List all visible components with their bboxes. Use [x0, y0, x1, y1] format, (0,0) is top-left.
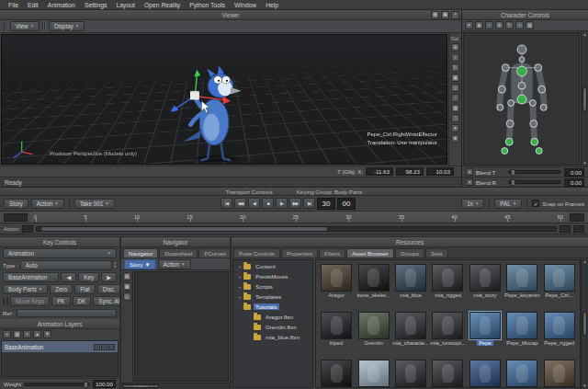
blend-x-icon[interactable]: × [466, 168, 473, 176]
discontinuity-button[interactable]: Disc. [97, 284, 121, 294]
right-hip-effector[interactable] [529, 99, 536, 106]
camera-tool-icon[interactable]: ◎ [451, 84, 459, 92]
resources-tab[interactable]: Filters [319, 248, 345, 257]
asset-item[interactable]: Pepe_Mocap [503, 310, 540, 358]
character-menu-icon[interactable]: ▾ [465, 21, 473, 29]
select-tool-icon[interactable]: ⊞ [451, 43, 459, 51]
transport-icon[interactable]: ◎ [123, 292, 131, 301]
blend-value[interactable]: 0.00 [564, 178, 584, 187]
scrollbar-thumb[interactable] [582, 312, 587, 336]
navigator-tab[interactable]: Dopesheet [159, 248, 198, 257]
tree-expander-icon[interactable]: + [237, 284, 243, 290]
blend-slider[interactable] [508, 170, 561, 174]
range-fill[interactable] [41, 227, 327, 231]
asset-item[interactable]: IceSlip [355, 358, 391, 388]
light-tool-icon[interactable]: ○ [451, 94, 459, 102]
body-part-icon[interactable]: ○ [485, 21, 493, 29]
right-shoulder-effector[interactable] [534, 63, 541, 71]
grid-tool-icon[interactable]: ▦ [451, 104, 459, 112]
asset-item[interactable]: bone_skeleton [318, 358, 355, 388]
tree-item[interactable]: + PrevisMoves [233, 271, 312, 281]
frame-rate-selector[interactable]: PAL▼ [494, 199, 522, 209]
layer-mute-toggle[interactable] [94, 344, 100, 350]
asset-item[interactable]: Aragor [318, 262, 355, 310]
asset-grid-scrollbar[interactable]: ▲ ▼ [581, 258, 588, 389]
coord-y-field[interactable]: 98.23 [396, 167, 424, 176]
play-button[interactable]: ▶ [276, 198, 288, 209]
duplicate-layer-icon[interactable]: ▦ [13, 330, 21, 338]
right-knee-effector[interactable] [529, 120, 537, 127]
story-track-icon[interactable]: ▣ [123, 282, 131, 291]
layer-solo-toggle[interactable] [101, 344, 107, 350]
navigator-tab[interactable]: Navigator [123, 248, 158, 257]
translation-key-toggle-icon[interactable] [3, 297, 5, 305]
toolbar-grip[interactable] [4, 22, 7, 30]
ref-selector[interactable] [17, 309, 117, 317]
stop-button[interactable]: ■ [262, 198, 274, 209]
tree-expander-icon[interactable]: + [237, 264, 243, 269]
left-wrist-effector[interactable] [496, 104, 503, 110]
translate-tool-icon[interactable]: + [451, 53, 459, 62]
animation-menu-button[interactable]: Animation▼ [3, 248, 117, 258]
display-button[interactable]: Display▼ [49, 21, 85, 31]
scrollbar-thumb[interactable] [582, 87, 587, 111]
tree-item[interactable]: mia_blue.fbm [233, 332, 312, 342]
navigator-hscrollbar[interactable] [121, 383, 230, 389]
set-key-button[interactable]: Key [78, 272, 99, 282]
animation-layer-row[interactable]: BaseAnimation [2, 341, 118, 352]
resources-tab[interactable]: Properties [281, 248, 318, 257]
resources-tab[interactable]: Sets [425, 248, 447, 257]
timeline-range-slider[interactable] [36, 226, 557, 232]
settings-tool-icon[interactable]: ■ [451, 134, 459, 143]
flat-button[interactable]: Flat [74, 284, 96, 294]
play-backward-button[interactable]: ◀ [248, 198, 260, 209]
asset-item[interactable]: mia_rigged [429, 262, 466, 310]
asset-item[interactable]: Pepe_rigged [541, 310, 578, 358]
scroll-up-icon[interactable]: ▲ [582, 32, 586, 37]
timeline-start-field[interactable] [4, 213, 28, 222]
right-toe-effector[interactable] [536, 147, 542, 154]
range-start-box[interactable] [22, 225, 33, 233]
timeline-ticks[interactable]: 05101520253035404550 [30, 212, 567, 223]
timeline-ruler[interactable]: 05101520253035404550 [0, 212, 588, 223]
asset-item[interactable]: bone_skelet... [355, 262, 391, 310]
action-mode-button[interactable]: Action▼ [31, 199, 64, 209]
chest-effector[interactable] [516, 66, 526, 76]
scale-tool-icon[interactable]: ▣ [451, 74, 459, 82]
timeline-end-field[interactable] [570, 213, 584, 222]
asset-item[interactable]: Pepe [467, 310, 503, 358]
tree-item[interactable]: + Scripts [233, 281, 312, 292]
menu-item[interactable]: Help [261, 1, 283, 9]
pin-icon[interactable]: ▣ [441, 11, 449, 19]
snap-checkbox[interactable]: ✓ [532, 200, 539, 207]
asset-item[interactable]: Pepe_Ctrl... [541, 262, 578, 310]
asset-item[interactable]: mia_runstopt... [429, 310, 466, 358]
story-button[interactable]: Story▼ [124, 259, 156, 269]
asset-item[interactable]: mia_story [467, 262, 503, 310]
menu-item[interactable]: File [4, 1, 23, 9]
left-ankle-effector[interactable] [505, 138, 513, 145]
rotation-key-toggle-icon[interactable] [6, 297, 8, 305]
weight-value[interactable]: 100.00 [93, 380, 116, 388]
dk-button[interactable]: DK [73, 296, 92, 306]
tree-expander-icon[interactable]: + [237, 274, 243, 280]
move-keys-button[interactable]: Move Keys [10, 296, 50, 306]
view-button[interactable]: View▼ [10, 21, 40, 31]
navigator-tab[interactable]: FCurves [198, 248, 231, 257]
tree-item[interactable]: + Templates [233, 292, 312, 302]
asset-item[interactable]: Pepe_plotted [503, 358, 540, 388]
move-layer-down-icon[interactable]: ▼ [43, 330, 51, 338]
scroll-down-icon[interactable]: ▼ [582, 383, 586, 388]
next-key-button[interactable]: ▶ [101, 272, 117, 282]
character-panel-scrollbar[interactable]: ▲ ▼ [581, 31, 588, 166]
ctrl-rig-icon[interactable]: ◉ [475, 21, 483, 29]
layout-grid-icon[interactable]: ▦ [431, 11, 439, 19]
delete-layer-icon[interactable]: × [23, 330, 31, 338]
blend-slider[interactable] [508, 180, 561, 184]
asset-item[interactable]: mia_characte... [392, 310, 429, 358]
step-forward-button[interactable]: ▶▶ [289, 198, 301, 209]
menu-item[interactable]: Open Reality [140, 1, 185, 9]
resources-tab[interactable]: Pose Controls [233, 248, 280, 257]
pin-translate-icon[interactable]: ⊕ [495, 21, 503, 29]
pin-rotate-icon[interactable]: ↻ [505, 21, 514, 29]
